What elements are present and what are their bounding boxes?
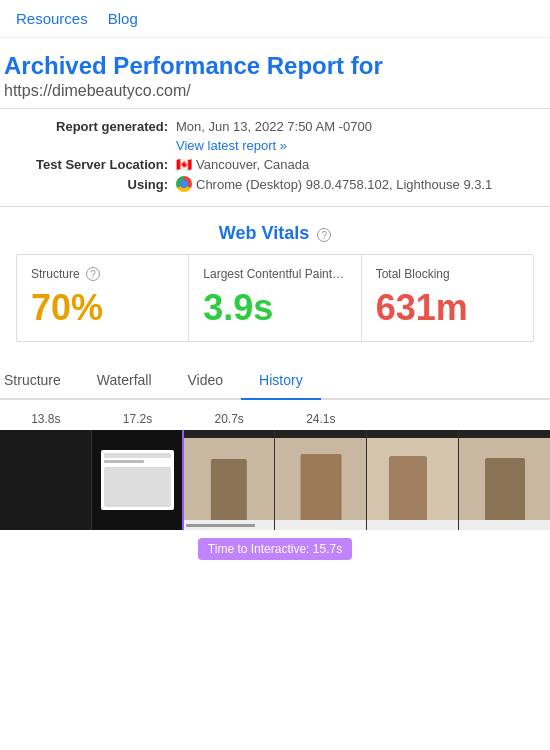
filmstrip <box>0 430 550 530</box>
using-value: Chrome (Desktop) 98.0.4758.102, Lighthou… <box>196 177 492 192</box>
nav-resources[interactable]: Resources <box>16 10 88 27</box>
view-latest-link[interactable]: View latest report » <box>176 138 534 153</box>
site-url: https://dimebeautyco.com/ <box>4 82 534 100</box>
timestamp-0: 13.8s <box>0 412 92 426</box>
film-frame-2[interactable] <box>184 430 276 530</box>
tab-structure[interactable]: Structure <box>0 362 79 400</box>
timestamp-1: 17.2s <box>92 412 184 426</box>
report-generated-label: Report generated: <box>16 119 176 134</box>
canada-flag-icon: 🇨🇦 <box>176 157 192 172</box>
vital-lcp-label: Largest Contentful Paint ? <box>203 267 346 281</box>
meta-section: Report generated: Mon, Jun 13, 2022 7:50… <box>0 108 550 207</box>
tabs-bar: Structure Waterfall Video History <box>0 362 550 400</box>
server-location-value: Vancouver, Canada <box>196 157 309 172</box>
page-title: Archived Performance Report for <box>4 52 534 80</box>
vital-tbt-label: Total Blocking <box>376 267 519 281</box>
timeline-section: 13.8s 17.2s 20.7s 24.1s <box>0 400 550 560</box>
server-location-label: Test Server Location: <box>16 157 176 172</box>
chrome-icon <box>176 176 192 192</box>
structure-help-icon[interactable]: ? <box>86 267 100 281</box>
tab-history[interactable]: History <box>241 362 321 400</box>
film-frame-3[interactable] <box>275 430 367 530</box>
tab-waterfall[interactable]: Waterfall <box>79 362 170 400</box>
report-generated-value: Mon, Jun 13, 2022 7:50 AM -0700 <box>176 119 372 134</box>
vital-lcp-value: 3.9s <box>203 287 346 329</box>
timestamp-4 <box>367 412 459 426</box>
web-vitals-title: Web Vitals ? <box>16 223 534 244</box>
web-vitals-help-icon[interactable]: ? <box>317 228 331 242</box>
using-row: Using: Chrome (Desktop) 98.0.4758.102, L… <box>16 176 534 192</box>
timestamp-2: 20.7s <box>183 412 275 426</box>
vital-structure-value: 70% <box>31 287 174 329</box>
film-frame-5[interactable] <box>459 430 550 530</box>
using-label: Using: <box>16 177 176 192</box>
timestamp-5 <box>458 412 550 426</box>
report-generated-row: Report generated: Mon, Jun 13, 2022 7:50… <box>16 119 534 134</box>
web-vitals-section: Web Vitals ? Structure ? 70% Largest Con… <box>0 217 550 352</box>
film-frame-0[interactable] <box>0 430 92 530</box>
film-frame-4[interactable] <box>367 430 459 530</box>
vital-card-tbt: Total Blocking 631m <box>362 255 533 341</box>
timestamp-3: 24.1s <box>275 412 367 426</box>
vital-structure-label: Structure ? <box>31 267 174 281</box>
timeline-timestamps: 13.8s 17.2s 20.7s 24.1s <box>0 412 550 430</box>
tti-badge-wrapper: Time to Interactive: 15.7s <box>0 538 550 560</box>
film-frame-1[interactable] <box>92 430 184 530</box>
nav-blog[interactable]: Blog <box>108 10 138 27</box>
server-location-row: Test Server Location: 🇨🇦 Vancouver, Cana… <box>16 157 534 172</box>
vital-tbt-value: 631m <box>376 287 519 329</box>
vital-card-structure: Structure ? 70% <box>17 255 189 341</box>
tab-video[interactable]: Video <box>170 362 242 400</box>
tti-badge: Time to Interactive: 15.7s <box>198 538 352 560</box>
vital-card-lcp: Largest Contentful Paint ? 3.9s <box>189 255 361 341</box>
vitals-grid: Structure ? 70% Largest Contentful Paint… <box>16 254 534 342</box>
nav-bar: Resources Blog <box>0 0 550 38</box>
page-header: Archived Performance Report for https://… <box>0 38 550 108</box>
